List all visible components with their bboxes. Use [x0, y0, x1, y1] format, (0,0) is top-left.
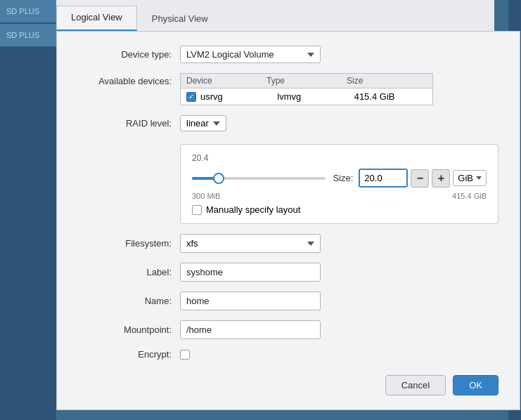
- cancel-button[interactable]: Cancel: [385, 375, 446, 395]
- size-min: 300 MiB: [192, 192, 220, 200]
- name-field-label: Name:: [78, 296, 180, 306]
- size-label: Size:: [333, 173, 353, 183]
- filesystem-arrow-icon: [307, 242, 314, 246]
- mountpoint-label: Mountpoint:: [78, 324, 180, 335]
- raid-level-arrow-icon: [213, 122, 220, 126]
- filesystem-label: Filesystem:: [78, 238, 180, 249]
- tab-logical[interactable]: Logical View: [56, 6, 137, 31]
- mountpoint-row: Mountpoint:: [78, 320, 499, 339]
- raid-level-label: RAID level:: [78, 118, 180, 129]
- size-row: 20.4 Size: − + GiB: [78, 141, 499, 224]
- size-unit-dropdown[interactable]: GiB: [453, 170, 487, 186]
- devices-table: Device Type Size usrvg lvmvg 415.4 GiB: [180, 73, 433, 105]
- available-devices-label: Available devices:: [78, 73, 180, 86]
- left-sidebar: SD PLUS SD PLUS: [0, 0, 56, 420]
- size-slider-thumb[interactable]: [213, 173, 224, 184]
- tab-physical[interactable]: Physical View: [137, 7, 223, 31]
- size-decrement-button[interactable]: −: [411, 169, 429, 188]
- size-max: 415.4 GiB: [452, 192, 487, 200]
- name-row: Name:: [78, 291, 499, 310]
- device-checkbox[interactable]: [186, 92, 196, 102]
- name-input[interactable]: [180, 291, 321, 310]
- size-controls: Size: − + GiB: [333, 169, 487, 188]
- size-section: 20.4 Size: − + GiB: [180, 144, 499, 224]
- device-type-row: Device type: LVM2 Logical Volume: [78, 46, 499, 63]
- label-field-label: Label:: [78, 267, 180, 277]
- dialog-buttons: Cancel OK: [78, 375, 499, 395]
- raid-level-row: RAID level: linear: [78, 115, 499, 131]
- encrypt-row: Encrypt:: [78, 349, 499, 360]
- sidebar-item-sd1[interactable]: SD PLUS: [0, 0, 56, 22]
- table-row[interactable]: usrvg lvmvg 415.4 GiB: [181, 88, 432, 105]
- label-row: Label:: [78, 263, 499, 282]
- size-unit-arrow-icon: [476, 176, 482, 180]
- manually-checkbox[interactable]: [192, 205, 202, 215]
- device-type-label: Device type:: [78, 49, 180, 60]
- device-type-arrow-icon: [307, 53, 314, 57]
- encrypt-checkbox[interactable]: [180, 350, 190, 360]
- ok-button[interactable]: OK: [453, 375, 499, 395]
- devices-table-header: Device Type Size: [181, 74, 432, 88]
- filesystem-dropdown[interactable]: xfs: [180, 234, 321, 253]
- mountpoint-input[interactable]: [180, 320, 321, 339]
- encrypt-label: Encrypt:: [78, 349, 180, 360]
- size-slider-track[interactable]: [192, 177, 326, 180]
- available-devices-row: Available devices: Device Type Size usrv…: [78, 73, 499, 105]
- manually-layout-row: Manually specify layout: [192, 204, 487, 215]
- tab-bar: Logical View Physical View: [56, 0, 494, 31]
- raid-level-dropdown[interactable]: linear: [180, 115, 226, 131]
- manually-label: Manually specify layout: [206, 204, 300, 215]
- size-increment-button[interactable]: +: [432, 169, 450, 188]
- dialog: Device type: LVM2 Logical Volume Availab…: [56, 31, 520, 410]
- slider-row: Size: − + GiB: [192, 169, 487, 188]
- sidebar-item-sd2[interactable]: SD PLUS: [0, 24, 56, 46]
- device-type-dropdown[interactable]: LVM2 Logical Volume: [180, 46, 321, 63]
- size-top-label: 20.4: [192, 153, 487, 163]
- slider-range: 300 MiB 415.4 GiB: [192, 192, 487, 200]
- label-input[interactable]: [180, 263, 321, 282]
- size-input[interactable]: [359, 169, 408, 188]
- filesystem-row: Filesystem: xfs: [78, 234, 499, 253]
